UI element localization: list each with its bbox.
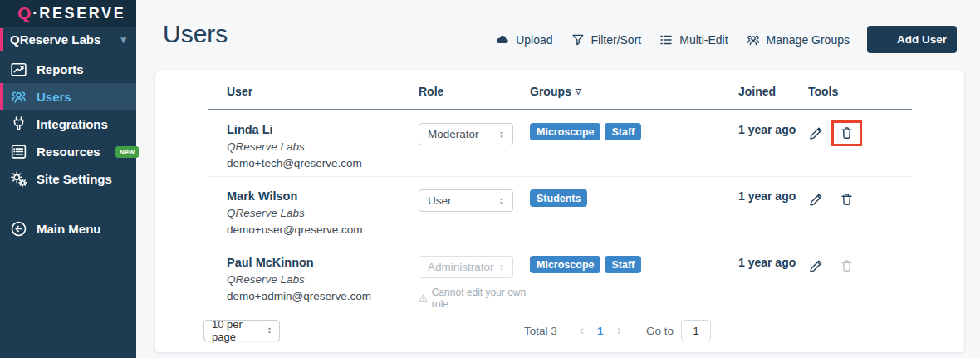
workspace-selector[interactable]: QReserve Labs ▾: [0, 27, 136, 52]
group-badge: Staff: [605, 123, 641, 140]
joined-text: 1 year ago: [738, 123, 808, 176]
toolbar-item-label: Manage Groups: [767, 33, 850, 47]
sidebar-divider: [0, 204, 136, 204]
column-header-label: User: [227, 85, 252, 98]
users-card: User Role Groups ▽ Joined Tools Linda Li…: [154, 71, 965, 353]
sidebar-item-reports[interactable]: Reports: [0, 56, 136, 83]
user-name: Linda Li: [227, 123, 419, 136]
pagination: Total 3 ‹ 1 › Go to: [524, 320, 711, 341]
user-cell: Mark Wilson QReserve Labs demo+user@qres…: [227, 189, 419, 243]
role-cell: Administrator ⚠ Cannot edit your own rol…: [419, 256, 530, 310]
toolbar-actions: Upload Filter/Sort Multi-Edit Manage Gro…: [495, 32, 850, 47]
role-select[interactable]: Administrator: [419, 256, 513, 278]
sort-triangle-icon[interactable]: ▽: [576, 87, 581, 96]
per-page-select[interactable]: 10 per page: [203, 320, 280, 341]
qreserve-logo: Q·RESERVE: [0, 0, 136, 27]
pencil-icon: [808, 125, 824, 141]
filter-sort-button[interactable]: Filter/Sort: [571, 32, 642, 47]
tools-cell: [808, 123, 964, 176]
warning-icon: ⚠: [419, 292, 428, 304]
users-icon: [746, 32, 761, 47]
per-page-value: 10 per page: [212, 318, 265, 343]
column-header-joined: Joined: [738, 85, 808, 98]
pencil-icon: [808, 258, 824, 274]
manage-groups-button[interactable]: Manage Groups: [746, 32, 850, 47]
user-email: demo+tech@qreserve.com: [227, 157, 419, 169]
updown-arrows-icon: [265, 325, 274, 336]
column-header-label: Role: [419, 85, 443, 98]
arrow-circle-left-icon: [10, 220, 27, 238]
user-organization: QReserve Labs: [227, 273, 419, 286]
joined-text: 1 year ago: [738, 189, 808, 243]
table-row: Linda Li QReserve Labs demo+tech@qreserv…: [155, 110, 964, 176]
plug-icon: [10, 115, 27, 133]
user-organization: QReserve Labs: [227, 140, 419, 153]
role-select-value: User: [428, 194, 452, 207]
column-header-label: Tools: [808, 85, 838, 98]
role-warning-text: Cannot edit your own role: [432, 287, 530, 310]
role-select-value: Moderator: [428, 128, 479, 140]
multi-edit-icon: [659, 32, 674, 47]
updown-arrows-icon: [497, 129, 507, 140]
group-badge: Students: [530, 189, 587, 207]
goto-label: Go to: [646, 325, 674, 337]
updown-arrows-icon: [497, 262, 507, 273]
delete-user-button[interactable]: [839, 192, 855, 208]
edit-user-button[interactable]: [808, 258, 824, 274]
sidebar-item-label: Site Settings: [37, 172, 112, 186]
upload-button[interactable]: Upload: [495, 32, 552, 47]
joined-text: 1 year ago: [738, 256, 808, 310]
trash-icon: [839, 192, 855, 208]
column-header-label: Groups: [530, 85, 571, 98]
goto-page-input[interactable]: [681, 320, 711, 341]
user-organization: QReserve Labs: [227, 207, 419, 219]
sidebar-item-label: Resources: [37, 145, 100, 159]
role-select[interactable]: Moderator: [419, 123, 513, 145]
sidebar-item-label: Main Menu: [37, 222, 101, 236]
table-body: Linda Li QReserve Labs demo+tech@qreserv…: [155, 110, 964, 309]
delete-button-wrap: [831, 253, 862, 279]
new-badge: New: [115, 146, 139, 158]
user-name: Paul McKinnon: [227, 256, 419, 269]
sidebar-item-users[interactable]: Users: [0, 83, 136, 110]
sidebar-item-integrations[interactable]: Integrations: [0, 110, 136, 138]
role-warning: ⚠ Cannot edit your own role: [419, 287, 530, 310]
role-select[interactable]: User: [419, 189, 513, 212]
sidebar-item-label: Integrations: [37, 117, 108, 131]
multi-edit-button[interactable]: Multi-Edit: [659, 32, 728, 47]
user-cell: Paul McKinnon QReserve Labs demo+admin@q…: [227, 256, 419, 310]
prev-page-button[interactable]: ‹: [569, 323, 595, 338]
sidebar-item-site-settings[interactable]: Site Settings: [0, 165, 136, 193]
pagination-total: Total 3: [524, 325, 557, 337]
users-icon: [10, 88, 27, 105]
toolbar: Upload Filter/Sort Multi-Edit Manage Gro…: [495, 26, 957, 53]
role-cell: Moderator: [419, 123, 530, 176]
page-title: Users: [163, 20, 228, 48]
chart-icon: [10, 61, 27, 78]
trash-icon: [839, 125, 855, 141]
sidebar-item-label: Users: [37, 90, 71, 104]
toolbar-item-label: Multi-Edit: [679, 33, 728, 47]
current-page[interactable]: 1: [595, 325, 606, 337]
annotation-red-box: [831, 120, 862, 146]
workspace-name: QReserve Labs: [10, 32, 100, 47]
sidebar-item-resources[interactable]: Resources New: [0, 138, 136, 165]
delete-button-wrap: [831, 187, 862, 213]
funnel-icon: [571, 32, 586, 47]
sidebar-item-main-menu[interactable]: Main Menu: [0, 215, 136, 243]
edit-user-button[interactable]: [808, 192, 824, 208]
pencil-icon: [808, 192, 824, 208]
next-page-button[interactable]: ›: [606, 323, 632, 338]
delete-user-button[interactable]: [839, 258, 855, 274]
add-user-button[interactable]: Add User: [867, 26, 957, 53]
toolbar-item-label: Upload: [516, 33, 552, 47]
logo-q: Q: [17, 3, 31, 23]
user-name: Mark Wilson: [227, 189, 419, 203]
table-header-row: User Role Groups ▽ Joined Tools: [155, 71, 964, 98]
delete-user-button[interactable]: [839, 125, 855, 141]
chevron-down-icon: ▾: [120, 33, 126, 46]
card-footer: 10 per page Total 3 ‹ 1 › Go to: [155, 309, 964, 352]
groups-cell: MicroscopeStaff: [530, 256, 738, 310]
edit-user-button[interactable]: [808, 125, 824, 141]
group-badge: Microscope: [530, 123, 600, 140]
